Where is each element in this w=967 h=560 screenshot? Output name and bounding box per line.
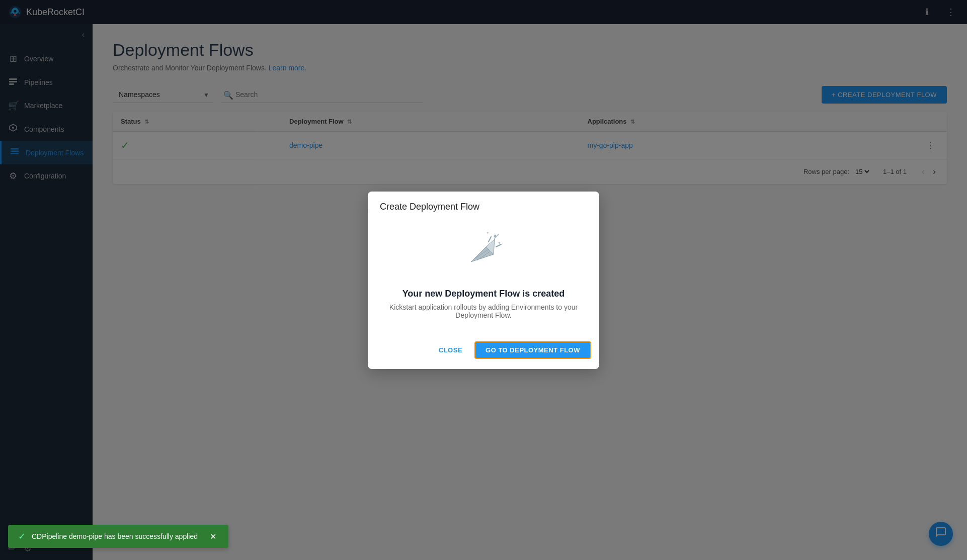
- svg-text:✦: ✦: [486, 231, 490, 235]
- create-deployment-flow-modal: Create Deployment Flow ✦ ✦ ✦ Yo: [368, 192, 599, 369]
- modal-header: Create Deployment Flow: [368, 192, 599, 212]
- toast-check-icon: ✓: [18, 531, 26, 542]
- modal-overlay: Create Deployment Flow ✦ ✦ ✦ Yo: [0, 0, 967, 560]
- go-to-deployment-flow-button[interactable]: GO TO DEPLOYMENT FLOW: [474, 341, 591, 359]
- modal-close-button[interactable]: CLOSE: [431, 342, 470, 358]
- toast-notification: ✓ CDPipeline demo-pipe has been successf…: [8, 525, 228, 548]
- toast-close-button[interactable]: ✕: [208, 532, 218, 541]
- modal-title: Create Deployment Flow: [380, 202, 587, 212]
- svg-line-17: [489, 237, 491, 242]
- toast-message: CDPipeline demo-pipe has been successful…: [32, 532, 198, 540]
- modal-body: ✦ ✦ ✦ Your new Deployment Flow is create…: [368, 212, 599, 335]
- modal-success-title: Your new Deployment Flow is created: [380, 289, 587, 299]
- modal-success-desc: Kickstart application rollouts by adding…: [380, 303, 587, 319]
- celebration-icon: ✦ ✦ ✦: [458, 224, 509, 274]
- modal-footer: CLOSE GO TO DEPLOYMENT FLOW: [368, 335, 599, 369]
